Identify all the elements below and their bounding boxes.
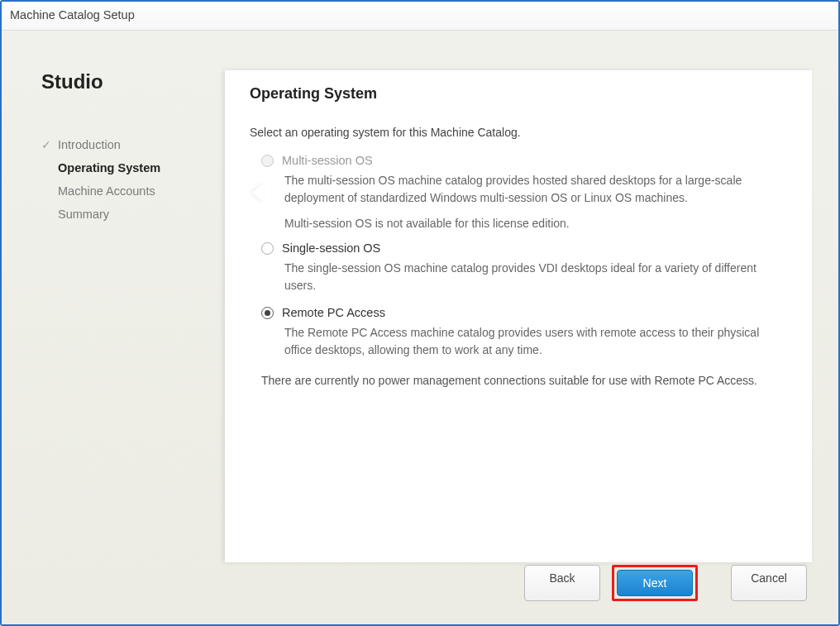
option-description: The single-session OS machine catalog pr… [284,260,779,294]
highlight-next: Next [612,565,698,601]
option-label: Multi-session OS [282,154,373,167]
product-title: Studio [36,70,225,93]
step-pointer-icon [252,183,264,203]
option-multi-session-head: Multi-session OS [261,154,779,167]
next-button[interactable]: Next [617,570,693,596]
step-summary[interactable]: Summary [36,203,225,226]
wizard-window: Machine Catalog Setup Studio Introductio… [0,0,840,626]
wizard-buttons: Back Next Cancel [2,565,838,624]
panel-footer-note: There are currently no power management … [261,372,779,389]
panel-heading: Operating System [250,85,779,103]
wizard-sidebar: Studio Introduction Operating System Mac… [36,70,225,565]
panel-instruction: Select an operating system for this Mach… [250,126,779,139]
step-machine-accounts[interactable]: Machine Accounts [36,179,225,203]
back-button[interactable]: Back [524,565,600,601]
option-remote-pc-access-head[interactable]: Remote PC Access [261,306,779,319]
option-description: The multi-session OS machine catalog pro… [284,172,779,207]
radio-icon[interactable] [261,307,274,319]
os-options: Multi-session OS The multi-session OS ma… [250,154,779,359]
window-title: Machine Catalog Setup [2,2,838,31]
radio-icon[interactable] [261,242,274,255]
option-single-session[interactable]: Single-session OS The single-session OS … [261,241,779,294]
cancel-button[interactable]: Cancel [731,565,807,601]
option-single-session-head[interactable]: Single-session OS [261,241,779,255]
option-note: Multi-session OS is not available for th… [284,217,779,230]
step-introduction[interactable]: Introduction [36,133,225,156]
option-label: Remote PC Access [282,306,385,319]
wizard-steps: Introduction Operating System Machine Ac… [36,133,225,226]
option-description: The Remote PC Access machine catalog pro… [284,324,779,359]
client-area: Studio Introduction Operating System Mac… [2,31,838,624]
option-multi-session: Multi-session OS The multi-session OS ma… [261,154,779,230]
option-label: Single-session OS [282,241,380,255]
step-operating-system[interactable]: Operating System [36,156,225,179]
option-remote-pc-access[interactable]: Remote PC Access The Remote PC Access ma… [261,306,779,359]
radio-icon [261,155,274,167]
content-panel: Operating System Select an operating sys… [225,70,812,562]
